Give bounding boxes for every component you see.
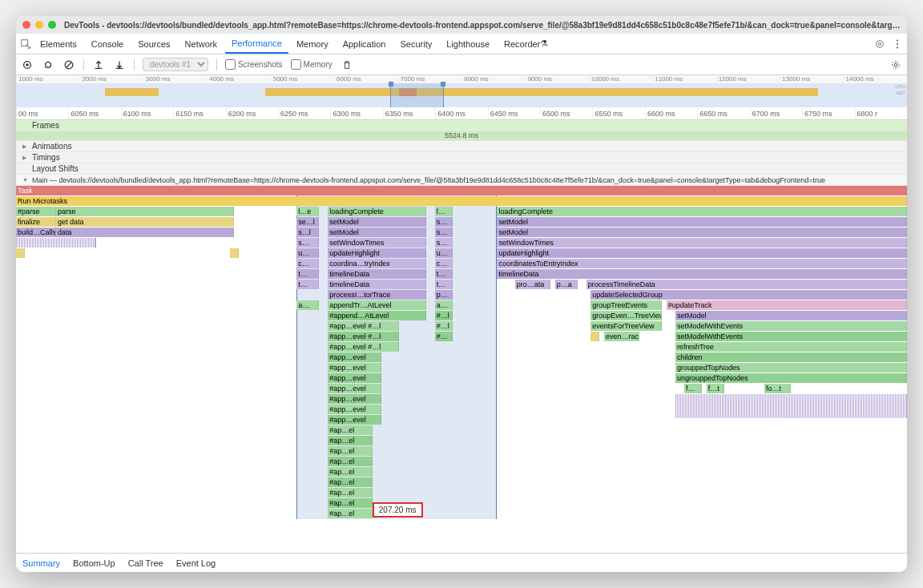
flame-bar[interactable]: loadingComplete (328, 207, 425, 216)
tab-console[interactable]: Console (85, 34, 130, 54)
flame-bar[interactable]: #parse (16, 207, 56, 216)
flame-bar[interactable]: c… (435, 259, 453, 268)
flame-bar[interactable]: updateHighlight (497, 248, 907, 258)
settings-icon[interactable] (873, 38, 886, 50)
flame-bar[interactable]: setModelWithEvents (675, 332, 907, 341)
flame-bar[interactable]: setWindowTimes (497, 238, 907, 248)
flame-bar[interactable]: timelineData (328, 280, 425, 289)
flame-bar[interactable]: updateSelectedGroup (590, 290, 907, 300)
flame-bar[interactable]: eventsForTreeView (590, 321, 662, 331)
flame-bar[interactable]: #app…evel (328, 373, 381, 383)
flame-bar[interactable]: setModelWithEvents (675, 321, 907, 331)
trash-icon[interactable] (341, 58, 353, 71)
flame-microtasks[interactable]: Run Microtasks (16, 196, 907, 206)
tab-sources[interactable]: Sources (131, 34, 176, 54)
flame-bar[interactable]: #app…evel (328, 415, 381, 425)
flame-bar[interactable]: #ap…el (328, 498, 373, 508)
flame-bar[interactable]: children (675, 352, 907, 362)
flame-chart[interactable]: Task Run Microtasks #parse parse l…e loa… (16, 186, 907, 519)
tab-summary[interactable]: Summary (22, 558, 60, 568)
reload-icon[interactable] (42, 58, 54, 71)
flame-bar[interactable]: #append…AtLevel (328, 311, 425, 320)
minimize-icon[interactable] (35, 21, 43, 29)
overview-selection[interactable] (390, 83, 444, 107)
flame-bar[interactable]: setModel (328, 217, 425, 227)
flame-bar[interactable]: get data (56, 217, 234, 227)
tab-bottom-up[interactable]: Bottom-Up (73, 558, 115, 568)
flame-bar[interactable]: #app…evel (328, 405, 381, 414)
frames-track-header[interactable]: Frames (16, 120, 907, 131)
tab-application[interactable]: Application (337, 34, 393, 54)
flame-bar[interactable]: f…t (707, 384, 724, 393)
flame-bar[interactable]: s… (435, 217, 453, 227)
main-track-header[interactable]: Main — devtools://devtools/bundled/devto… (16, 175, 907, 186)
flame-bar[interactable]: #…l (435, 311, 453, 320)
flame-bar[interactable] (16, 238, 96, 248)
flame-bar[interactable]: #app…evel (328, 352, 381, 362)
tab-event-log[interactable]: Event Log (176, 558, 216, 568)
flame-bar[interactable]: #ap…el (328, 509, 373, 518)
flame-bar[interactable]: l… (435, 207, 453, 216)
animations-track-header[interactable]: Animations (16, 141, 907, 152)
flame-bar[interactable]: loadingComplete (497, 207, 907, 216)
tab-recorder[interactable]: Recorder ⚗ (498, 34, 554, 54)
flame-bar[interactable]: #app…evel #…l (328, 342, 399, 352)
flame-bar[interactable]: #… (435, 332, 453, 341)
flame-bar[interactable]: #updateTrack (667, 300, 907, 310)
tab-performance[interactable]: Performance (225, 34, 288, 54)
flame-bar[interactable]: #ap…el (328, 477, 373, 487)
flame-bar[interactable]: l…e (296, 207, 319, 216)
tab-call-tree[interactable]: Call Tree (128, 558, 163, 568)
flame-bar[interactable]: s…l (296, 228, 319, 237)
flame-bar[interactable]: c… (296, 259, 319, 268)
tab-elements[interactable]: Elements (34, 34, 83, 54)
flame-bar[interactable]: u… (296, 248, 319, 258)
timeline-ruler[interactable]: 00 ms6050 ms6100 ms6150 ms6200 ms6250 ms… (16, 107, 907, 120)
flame-bar[interactable]: t… (435, 280, 453, 289)
flame-bar[interactable]: processTimelineData (586, 280, 907, 289)
clear-icon[interactable] (62, 58, 75, 71)
flame-bar[interactable]: even…rack (604, 332, 639, 341)
record-icon[interactable] (21, 58, 34, 71)
flame-bar[interactable]: parse (56, 207, 234, 216)
flame-bar[interactable]: a… (296, 300, 319, 310)
flame-bar[interactable]: build…Calls (16, 228, 56, 237)
memory-checkbox[interactable]: Memory (291, 59, 333, 70)
flame-bar[interactable]: u… (435, 248, 453, 258)
flame-bar[interactable]: #ap…el (328, 457, 373, 466)
flame-bar[interactable]: s… (435, 228, 453, 237)
tab-memory[interactable]: Memory (290, 34, 335, 54)
flame-bar[interactable]: coordinatesToEntryIndex (497, 259, 907, 268)
flame-bar[interactable]: groupTreeEvents (590, 300, 662, 310)
flame-bar[interactable]: #app…evel (328, 394, 381, 404)
flame-bar[interactable]: #ap…el (328, 425, 373, 435)
flame-bar[interactable]: finalize (16, 217, 56, 227)
flame-bar[interactable]: updateHighlight (328, 248, 425, 258)
tab-security[interactable]: Security (393, 34, 438, 54)
gear-icon[interactable] (889, 58, 902, 71)
flame-bar[interactable]: setModel (328, 228, 425, 237)
flame-bar[interactable]: #app…evel (328, 384, 381, 393)
flame-bar[interactable]: refreshTree (675, 342, 907, 352)
flame-bar[interactable]: p… (435, 290, 453, 300)
flame-bar[interactable]: data (56, 228, 234, 237)
more-icon[interactable] (891, 38, 904, 50)
flame-bar[interactable]: #ap…el (328, 446, 373, 456)
flame-bar[interactable]: grouppedTopNodes (675, 363, 907, 373)
flame-bar[interactable]: se…l (296, 217, 319, 227)
flame-bar[interactable]: timelineData (497, 269, 907, 279)
tab-lighthouse[interactable]: Lighthouse (440, 34, 496, 54)
flame-bar[interactable]: setModel (497, 228, 907, 237)
flame-bar[interactable] (230, 248, 239, 258)
download-icon[interactable] (113, 58, 126, 71)
flame-bar[interactable] (16, 248, 25, 258)
flame-bar[interactable]: #app…evel #…l (328, 321, 399, 331)
flame-bar[interactable]: groupEven…TreeView (590, 311, 662, 320)
maximize-icon[interactable] (48, 21, 56, 29)
flame-bar[interactable]: timelineData (328, 269, 425, 279)
flame-bar[interactable]: coordina…tryIndex (328, 259, 425, 268)
flame-bar[interactable]: #ap…el (328, 467, 373, 477)
inspect-icon[interactable] (19, 38, 32, 50)
flame-bar[interactable]: t… (296, 269, 319, 279)
flame-bar[interactable]: #ap…el (328, 436, 373, 445)
